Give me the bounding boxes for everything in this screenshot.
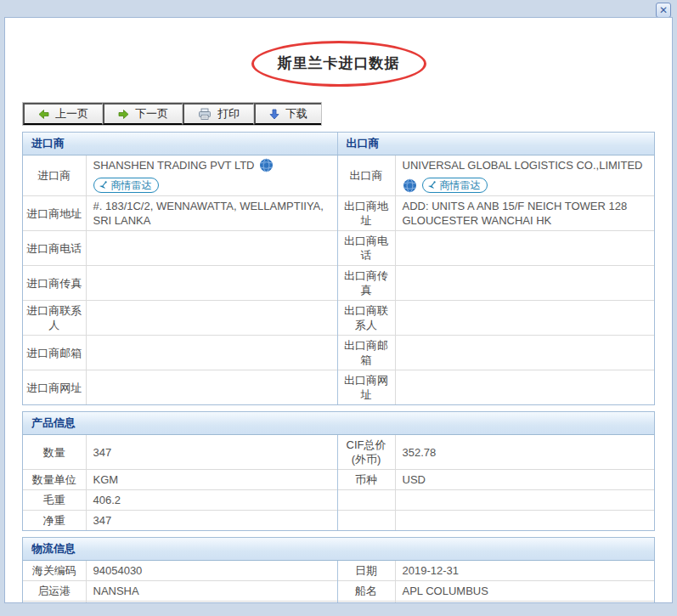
table-row: 进口商地址 #. 183/1C/2, WENNAWATTA, WELLAMPTI… bbox=[23, 196, 654, 231]
title-area: 斯里兰卡进口数据 bbox=[5, 47, 672, 80]
next-page-button[interactable]: 下一页 bbox=[103, 103, 183, 125]
product-section-header: 产品信息 bbox=[23, 412, 654, 435]
globe-icon[interactable] bbox=[259, 158, 274, 172]
page-title: 斯里兰卡进口数据 bbox=[278, 54, 400, 73]
print-button[interactable]: 打印 bbox=[183, 103, 254, 125]
download-button[interactable]: 下载 bbox=[254, 103, 321, 125]
table-row: 进口商网址 出口商网址 bbox=[23, 370, 654, 405]
exporter-name: UNIVERSAL GLOBAL LOGISTICS CO.,LIMITED bbox=[403, 158, 643, 172]
radar-dish-icon bbox=[427, 180, 437, 190]
close-icon[interactable]: ✕ bbox=[656, 3, 671, 18]
table-row: 数量单位 KGM 币种 USD bbox=[23, 470, 654, 490]
toolbar: 上一页 下一页 打印 下载 bbox=[22, 102, 322, 126]
dialog-panel: 斯里兰卡进口数据 上一页 下一页 打印 下载 进口商 出口商 bbox=[4, 17, 673, 603]
importer-exporter-table: 进口商 出口商 进口商 SHANSHEN TRADING PVT LTD 商情雷… bbox=[23, 133, 654, 404]
arrow-right-icon bbox=[118, 109, 129, 120]
exporter-section-header: 出口商 bbox=[337, 133, 654, 155]
radar-dish-icon bbox=[99, 180, 109, 190]
printer-icon bbox=[198, 108, 212, 121]
arrow-down-icon bbox=[269, 109, 279, 120]
table-row: 进口商 SHANSHEN TRADING PVT LTD 商情雷达 出口商 UN bbox=[23, 155, 654, 196]
globe-icon[interactable] bbox=[403, 178, 417, 193]
importer-name-label: 进口商 bbox=[23, 155, 86, 196]
importer-section-header: 进口商 bbox=[23, 133, 337, 155]
arrow-left-icon bbox=[38, 109, 49, 120]
importer-name: SHANSHEN TRADING PVT LTD bbox=[93, 158, 255, 172]
import-data-dialog: { "window": { "close_glyph": "✕" }, "tit… bbox=[0, 0, 677, 616]
product-info-section: 产品信息 数量 347 CIF总价(外币) 352.78 数量单位 KGM 币种… bbox=[22, 411, 655, 531]
table-row: 进口商电话 出口商电话 bbox=[23, 231, 654, 266]
logistics-info-section: 物流信息 海关编码 94054030 日期 2019-12-31 启运港 NAN… bbox=[22, 537, 655, 603]
product-info-table: 产品信息 数量 347 CIF总价(外币) 352.78 数量单位 KGM 币种… bbox=[23, 412, 654, 530]
table-row: 进口商传真 出口商传真 bbox=[23, 266, 654, 301]
table-row: 进口商联系人 出口商联系人 bbox=[23, 301, 654, 336]
table-row: 数量 347 CIF总价(外币) 352.78 bbox=[23, 435, 654, 470]
logistics-info-table: 物流信息 海关编码 94054030 日期 2019-12-31 启运港 NAN… bbox=[23, 538, 654, 603]
prev-page-button[interactable]: 上一页 bbox=[23, 103, 103, 125]
radar-badge[interactable]: 商情雷达 bbox=[422, 178, 488, 193]
table-row: 毛重 406.2 bbox=[23, 490, 654, 511]
exporter-name-label: 出口商 bbox=[337, 155, 395, 196]
importer-exporter-section: 进口商 出口商 进口商 SHANSHEN TRADING PVT LTD 商情雷… bbox=[22, 132, 655, 405]
table-row: 净重 347 bbox=[23, 511, 654, 531]
table-row: 目的国 SRI LANKA 航线 0IS41W1MA bbox=[23, 602, 654, 604]
logistics-section-header: 物流信息 bbox=[23, 538, 654, 561]
table-row: 海关编码 94054030 日期 2019-12-31 bbox=[23, 561, 654, 581]
table-row: 进口商邮箱 出口商邮箱 bbox=[23, 336, 654, 370]
table-row: 启运港 NANSHA 船名 APL COLUMBUS bbox=[23, 581, 654, 602]
radar-badge[interactable]: 商情雷达 bbox=[93, 178, 159, 193]
